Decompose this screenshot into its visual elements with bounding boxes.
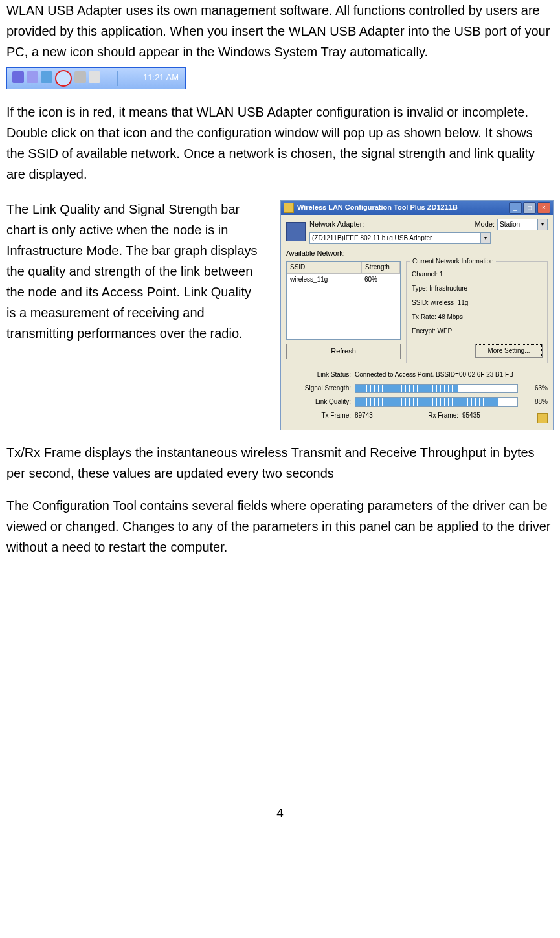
info-txrate: Tx Rate: 48 Mbps (412, 312, 542, 322)
more-setting-button[interactable]: More Setting... (476, 344, 542, 357)
adapter-value: (ZD1211B)IEEE 802.11 b+g USB Adapter (312, 233, 432, 243)
tray-icon (27, 71, 38, 83)
mode-label: Mode: (475, 219, 495, 230)
cell-ssid: wireless_11g (287, 274, 361, 285)
tray-icon (89, 71, 100, 83)
rx-frame-value: 95435 (462, 410, 480, 423)
minimize-button[interactable]: _ (509, 202, 522, 214)
chevron-down-icon: ▾ (537, 219, 547, 230)
link-status-value: Connected to Access Point. BSSID=00 02 6… (355, 370, 513, 380)
close-button[interactable]: × (537, 202, 550, 214)
paragraph-4: Tx/Rx Frame displays the instantaneous w… (6, 442, 554, 484)
config-tool-window: Wireless LAN Configuration Tool Plus ZD1… (280, 200, 554, 430)
page-number: 4 (6, 803, 554, 823)
col-strength[interactable]: Strength (362, 262, 400, 274)
tray-icon (41, 71, 52, 83)
app-icon (537, 413, 548, 423)
adapter-icon (286, 222, 306, 241)
link-quality-label: Link Quality: (286, 397, 351, 407)
network-adapter-label: Network Adapter: (309, 219, 364, 230)
mode-value: Station (500, 219, 520, 230)
table-row[interactable]: wireless_11g 60% (287, 274, 400, 285)
tx-frame-label: Tx Frame: (286, 410, 351, 423)
chevron-down-icon: ▾ (480, 233, 490, 243)
tray-icon (74, 71, 86, 83)
link-quality-value: 88% (524, 397, 548, 407)
info-ssid: SSID: wireless_11g (412, 298, 542, 308)
tx-frame-value: 89743 (355, 410, 400, 423)
refresh-button[interactable]: Refresh (286, 344, 401, 359)
link-status-label: Link Status: (286, 370, 351, 380)
info-type: Type: Infrastructure (412, 284, 542, 294)
maximize-button[interactable]: □ (523, 202, 536, 214)
tray-clock: 11:21 AM (143, 71, 179, 85)
signal-strength-value: 63% (524, 383, 548, 394)
wlan-adapter-icon (55, 70, 72, 87)
rx-frame-label: Rx Frame: (400, 410, 458, 423)
system-tray-image: 11:21 AM (6, 67, 554, 95)
window-titlebar[interactable]: Wireless LAN Configuration Tool Plus ZD1… (281, 201, 553, 215)
tray-icon (12, 71, 24, 83)
link-quality-bar (355, 397, 518, 407)
group-title: Current Network Information (410, 256, 496, 267)
signal-strength-label: Signal Strength: (286, 383, 351, 394)
paragraph-1: WLAN USB Adapter uses its own management… (6, 0, 554, 62)
app-icon (284, 203, 294, 213)
paragraph-5: The Configuration Tool contains several … (6, 495, 554, 557)
adapter-select[interactable]: (ZD1211B)IEEE 802.11 b+g USB Adapter ▾ (309, 232, 491, 244)
window-title: Wireless LAN Configuration Tool Plus ZD1… (297, 202, 509, 214)
paragraph-2: If the icon is in red, it means that WLA… (6, 102, 554, 184)
network-table[interactable]: SSID Strength wireless_11g 60% (286, 261, 401, 340)
info-channel: Channel: 1 (412, 269, 542, 280)
current-network-info-group: Current Network Information Channel: 1 T… (406, 261, 548, 363)
info-encrypt: Encrypt: WEP (412, 326, 542, 337)
paragraph-3: The Link Quality and Signal Strength bar… (6, 199, 259, 344)
signal-strength-bar (355, 384, 518, 393)
cell-strength: 60% (361, 274, 400, 285)
mode-select[interactable]: Station ▾ (497, 219, 548, 230)
col-ssid[interactable]: SSID (287, 262, 362, 274)
